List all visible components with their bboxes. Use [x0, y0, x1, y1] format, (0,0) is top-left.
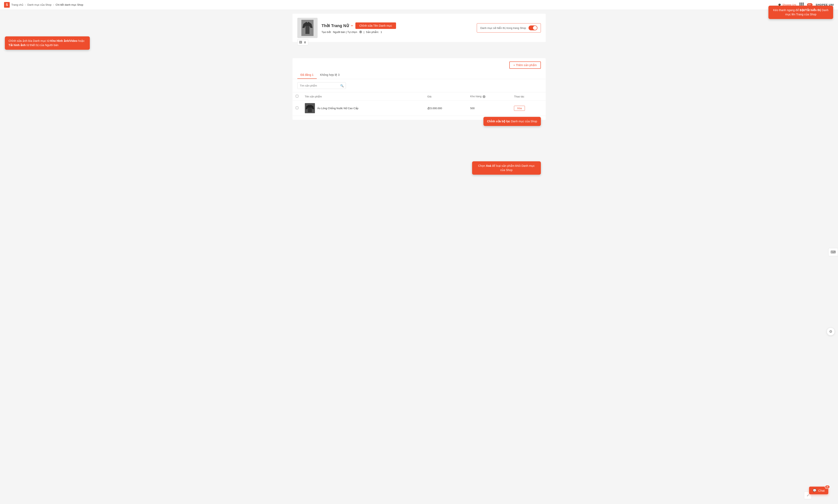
category-left: 🖼 🖥 Thời Trang Nữ ✏ Chỉnh sửa Tên Danh m… [297, 18, 396, 38]
toggle-track[interactable] [529, 25, 537, 30]
creator-value: Người bán | Tự chọn [333, 31, 357, 34]
product-count-value: 1 [381, 31, 382, 34]
svg-rect-3 [308, 108, 312, 112]
header-price: Giá [424, 92, 467, 101]
search-input-wrapper: 🔍 [297, 82, 346, 89]
edit-pencil-icon[interactable]: ✏ [351, 24, 353, 27]
product-count-label: Sản phẩm: [366, 31, 379, 34]
floating-right-icon: ⌨ [831, 250, 836, 254]
tab-registered[interactable]: Đã đăng 1 [297, 71, 317, 79]
expand-icon: ⤢ [807, 494, 809, 497]
header-stock: Kho hàng i [467, 92, 511, 101]
tab-invalid[interactable]: Không hợp lệ 3 [317, 71, 343, 79]
breadcrumb-sep-2: › [53, 3, 54, 6]
shopee-logo: S [4, 2, 10, 8]
product-section: Chỉnh sửa bộ lọc Danh mục của Shop + Thê… [292, 58, 546, 120]
image-gallery-btn[interactable]: 🖼 [299, 40, 302, 44]
search-row: 🔍 [292, 79, 546, 92]
tooltip-filter: Chỉnh sửa bộ lọc Danh mục của Shop [483, 117, 541, 126]
category-meta: Tạo bởi: Người bán | Tự chọn i | Sản phẩ… [322, 31, 396, 34]
chat-button[interactable]: 25 💬 Chat [809, 487, 828, 494]
tooltip-toggle: Kéo thanh ngang để Bật/Tắt hiển thị Danh… [768, 6, 833, 19]
tooltip-delete: Chọn Xoá để loại sản phẩm khỏi Danh mục … [472, 161, 541, 175]
toggle-card: Danh mục sẽ hiển thị trong trang Shop [477, 23, 541, 33]
product-cell: Áo Lông Chống Nước Nữ Cao Cấp [305, 103, 421, 113]
svg-rect-1 [305, 26, 309, 34]
table-body: Áo Lông Chống Nước Nữ Cao Cấp ₫15.000.00… [292, 101, 546, 116]
search-icon: 🔍 [338, 84, 346, 87]
tooltip-image: Chỉnh sửa ảnh bìa Danh mục từ Kho Hình ả… [5, 36, 90, 50]
header-action: Thao tác [511, 92, 546, 101]
image-upload-btn[interactable]: 🖥 [303, 40, 307, 44]
category-name-row: Thời Trang Nữ ✏ Chỉnh sửa Tên Danh mục [322, 22, 396, 29]
table-header: Tên sản phẩm Giá Kho hàng i Thao tác [292, 92, 546, 101]
category-image-container: 🖼 🖥 [297, 18, 318, 38]
toggle-thumb [533, 26, 537, 30]
search-input[interactable] [298, 83, 338, 89]
chat-label: Chat [818, 489, 825, 492]
add-product-button[interactable]: + Thêm sản phẩm [509, 61, 541, 69]
product-thumb-image [305, 103, 315, 113]
tabs-row: Đã đăng 1 Không hợp lệ 3 [292, 71, 546, 79]
edit-name-button[interactable]: Chỉnh sửa Tên Danh mục [355, 22, 396, 29]
product-name: Áo Lông Chống Nước Nữ Cao Cấp [317, 107, 358, 110]
breadcrumb-sep-1: › [25, 3, 26, 6]
floating-right-button[interactable]: ⌨ [828, 248, 838, 256]
main-content: Kéo thanh ngang để Bật/Tắt hiển thị Danh… [288, 10, 551, 124]
breadcrumb-current: Chi tiết danh mục Shop [56, 3, 83, 6]
breadcrumb-home[interactable]: Trang chủ [11, 3, 23, 6]
row-action-cell: Xóa [511, 101, 546, 116]
top-nav: S Trang chủ › Danh mục của Shop › Chi ti… [0, 0, 838, 10]
category-image [297, 18, 318, 38]
delete-button[interactable]: Xóa [514, 106, 525, 111]
header-product-name: Tên sản phẩm [302, 92, 424, 101]
table-row: Áo Lông Chống Nước Nữ Cao Cấp ₫15.000.00… [292, 101, 546, 116]
category-name: Thời Trang Nữ [322, 23, 349, 28]
header-checkbox-col [292, 92, 302, 101]
category-right: Danh mục sẽ hiển thị trong trang Shop [477, 23, 541, 33]
created-by-label: Tạo bởi: [322, 31, 332, 34]
row-checkbox-cell [292, 101, 302, 116]
toggle-switch[interactable] [529, 25, 537, 30]
settings-icon: ⚙ [829, 329, 832, 334]
image-actions-bar: 🖼 🖥 [297, 39, 308, 45]
select-all-checkbox[interactable] [296, 95, 298, 97]
category-info: Thời Trang Nữ ✏ Chỉnh sửa Tên Danh mục T… [322, 22, 396, 34]
breadcrumb-area: S Trang chủ › Danh mục của Shop › Chi ti… [4, 2, 83, 8]
product-thumbnail [305, 103, 315, 113]
floating-settings-button[interactable]: ⚙ [827, 327, 835, 336]
toggle-label: Danh mục sẽ hiển thị trong trang Shop [480, 26, 526, 30]
chat-badge: 25 [825, 485, 830, 489]
add-product-row: + Thêm sản phẩm [292, 58, 546, 69]
stock-info-icon[interactable]: i [483, 95, 485, 98]
product-table: Tên sản phẩm Giá Kho hàng i Thao tác [292, 92, 546, 116]
row-price: ₫15.000.000 [424, 101, 467, 116]
row-product-cell: Áo Lông Chống Nước Nữ Cao Cấp [302, 101, 424, 116]
row-checkbox[interactable] [296, 107, 298, 109]
creator-info-icon[interactable]: i [359, 31, 362, 33]
chat-icon: 💬 [813, 489, 817, 492]
category-header-card: 🖼 🖥 Thời Trang Nữ ✏ Chỉnh sửa Tên Danh m… [292, 14, 546, 42]
row-stock: 500 [467, 101, 511, 116]
jacket-illustration [301, 20, 314, 36]
breadcrumb-shop-category[interactable]: Danh mục của Shop [27, 3, 51, 6]
